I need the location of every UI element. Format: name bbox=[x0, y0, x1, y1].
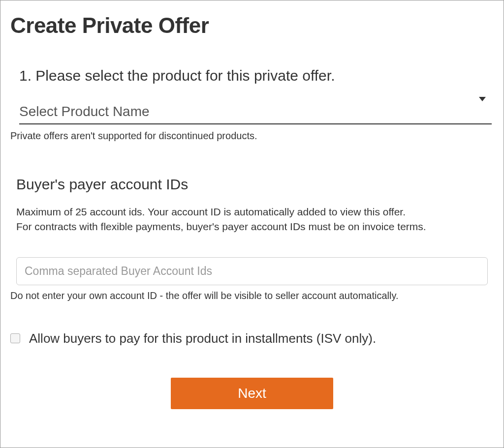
button-row: Next bbox=[10, 378, 494, 409]
buyer-account-ids-input[interactable] bbox=[16, 257, 488, 285]
step-1-title: 1. Please select the product for this pr… bbox=[19, 67, 494, 84]
buyer-section-title: Buyer's payer account IDs bbox=[16, 176, 494, 193]
create-private-offer-form: Create Private Offer 1. Please select th… bbox=[0, 0, 504, 448]
installments-checkbox[interactable] bbox=[10, 333, 20, 343]
product-select[interactable]: Select Product Name bbox=[19, 104, 492, 124]
next-button[interactable]: Next bbox=[171, 378, 333, 409]
buyer-input-hint: Do not enter your own account ID - the o… bbox=[10, 290, 494, 301]
caret-down-icon bbox=[479, 97, 486, 101]
buyer-desc-line1: Maximum of 25 account ids. Your account … bbox=[16, 206, 406, 217]
buyer-desc-line2: For contracts with flexible payments, bu… bbox=[16, 221, 426, 232]
installments-row: Allow buyers to pay for this product in … bbox=[10, 331, 494, 346]
installments-label[interactable]: Allow buyers to pay for this product in … bbox=[29, 331, 376, 346]
page-title: Create Private Offer bbox=[10, 13, 494, 38]
buyer-section-description: Maximum of 25 account ids. Your account … bbox=[16, 205, 494, 235]
product-select-display: Select Product Name bbox=[19, 104, 492, 119]
product-select-hint: Private offers aren't supported for disc… bbox=[10, 130, 494, 142]
